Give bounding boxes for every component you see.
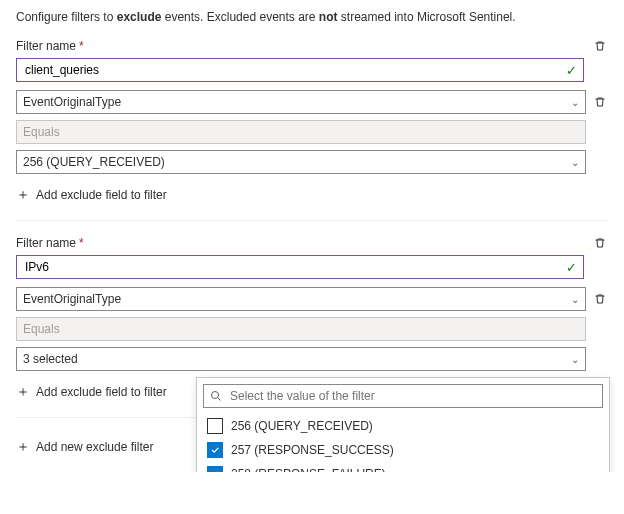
chevron-down-icon: ⌄ bbox=[571, 157, 579, 168]
filter-name-input[interactable]: ✓ bbox=[16, 255, 584, 279]
filter-name-input[interactable]: ✓ bbox=[16, 58, 584, 82]
dropdown-option[interactable]: 256 (QUERY_RECEIVED) bbox=[197, 414, 609, 438]
chevron-down-icon: ⌄ bbox=[571, 354, 579, 365]
filter-name-label: Filter name bbox=[16, 236, 76, 250]
dropdown-option[interactable]: 257 (RESPONSE_SUCCESS) bbox=[197, 438, 609, 462]
checkbox[interactable] bbox=[207, 418, 223, 434]
dropdown-search-input[interactable] bbox=[203, 384, 603, 408]
add-exclude-field-button[interactable]: ＋ Add exclude field to filter bbox=[16, 377, 188, 407]
trash-icon bbox=[594, 96, 606, 108]
plus-icon: ＋ bbox=[16, 438, 30, 456]
chevron-down-icon: ⌄ bbox=[571, 294, 579, 305]
checkbox[interactable] bbox=[207, 466, 223, 472]
required-star: * bbox=[79, 39, 84, 53]
dropdown-option-label: 257 (RESPONSE_SUCCESS) bbox=[231, 443, 394, 457]
operator-dropdown: Equals bbox=[16, 120, 586, 144]
description-text: Configure filters to exclude events. Exc… bbox=[16, 10, 608, 24]
trash-icon bbox=[594, 237, 606, 249]
delete-filter-button[interactable] bbox=[592, 235, 608, 251]
dropdown-option[interactable]: 258 (RESPONSE_FAILURE) bbox=[197, 462, 609, 472]
value-dropdown[interactable]: 3 selected ⌄ bbox=[16, 347, 586, 371]
separator bbox=[16, 220, 608, 221]
svg-point-0 bbox=[212, 392, 219, 399]
dropdown-option-label: 256 (QUERY_RECEIVED) bbox=[231, 419, 373, 433]
event-type-dropdown[interactable]: EventOriginalType ⌄ bbox=[16, 287, 586, 311]
operator-dropdown: Equals bbox=[16, 317, 586, 341]
required-star: * bbox=[79, 236, 84, 250]
plus-icon: ＋ bbox=[16, 186, 30, 204]
delete-filter-button[interactable] bbox=[592, 38, 608, 54]
trash-icon bbox=[594, 293, 606, 305]
filter-block-2: Filter name * ✓ EventOriginalType ⌄ Equa… bbox=[16, 235, 608, 407]
chevron-down-icon: ⌄ bbox=[571, 97, 579, 108]
dropdown-option-label: 258 (RESPONSE_FAILURE) bbox=[231, 467, 386, 472]
value-dropdown[interactable]: 256 (QUERY_RECEIVED) ⌄ bbox=[16, 150, 586, 174]
plus-icon: ＋ bbox=[16, 383, 30, 401]
delete-field-button[interactable] bbox=[592, 291, 608, 307]
value-dropdown-panel: 256 (QUERY_RECEIVED)257 (RESPONSE_SUCCES… bbox=[196, 377, 610, 472]
checkbox[interactable] bbox=[207, 442, 223, 458]
filter-name-label: Filter name bbox=[16, 39, 76, 53]
filter-block-1: Filter name * ✓ EventOriginalType ⌄ Equa… bbox=[16, 38, 608, 210]
delete-field-button[interactable] bbox=[592, 94, 608, 110]
trash-icon bbox=[594, 40, 606, 52]
event-type-dropdown[interactable]: EventOriginalType ⌄ bbox=[16, 90, 586, 114]
add-exclude-field-button[interactable]: ＋ Add exclude field to filter bbox=[16, 180, 608, 210]
valid-icon: ✓ bbox=[566, 260, 577, 275]
search-icon bbox=[210, 390, 222, 402]
valid-icon: ✓ bbox=[566, 63, 577, 78]
